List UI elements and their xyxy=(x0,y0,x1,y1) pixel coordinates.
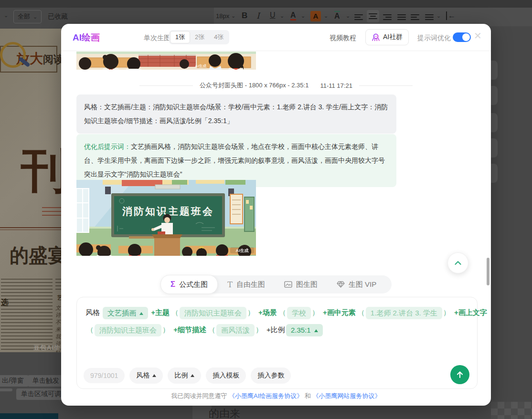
tab-vip-generate[interactable]: 生图 VIP xyxy=(327,275,386,293)
agreement-text: 我已阅读并同意遵守 xyxy=(171,392,229,399)
bold-button[interactable]: B xyxy=(242,11,247,21)
underline-button[interactable]: U xyxy=(270,11,276,20)
agreement-footer: 我已阅读并同意遵守 《小墨鹰AI绘画服务协议》 和 《小墨鹰网站服务协议》 xyxy=(61,392,491,400)
sidebar-button[interactable] xyxy=(491,138,498,157)
chevron-down-icon[interactable]: ⌄ xyxy=(436,13,441,19)
ai-community-button[interactable]: AI社群 xyxy=(365,29,409,45)
italic-button[interactable]: I xyxy=(256,11,260,21)
formula-toolbar: 979/1001 风格 比例 插入模板 插入参数 xyxy=(84,367,291,384)
transparency-checker xyxy=(491,402,532,419)
sigma-icon: Σ xyxy=(170,280,175,289)
tab-free-generate[interactable]: T 自由生图 xyxy=(218,275,275,293)
chevron-down-icon[interactable]: ⌄ xyxy=(346,13,350,19)
svg-text:AI生成: AI生成 xyxy=(236,248,249,253)
popup-button[interactable]: 出/弹窗 xyxy=(0,375,29,387)
text-icon: T xyxy=(227,280,233,289)
batch-option-2[interactable]: 2张 xyxy=(190,31,209,43)
sidebar-button[interactable] xyxy=(491,86,498,105)
ai-drawing-modal: AI绘画 单次生图 1张 2张 4张 视频教程 AI社群 提示词优化 xyxy=(61,24,491,406)
ratio-dropdown-button[interactable]: 比例 xyxy=(168,367,201,384)
batch-option-4[interactable]: 4张 xyxy=(209,31,228,43)
click-trigger-button[interactable]: 单击触发 xyxy=(28,375,64,387)
indent-icon[interactable] xyxy=(411,13,419,21)
sidebar-button[interactable] xyxy=(491,113,498,132)
align-justify-icon[interactable] xyxy=(397,13,406,21)
chevron-down-icon[interactable]: ⌄ xyxy=(301,13,305,19)
bottom-teal-bar xyxy=(0,413,58,419)
formula-editor[interactable]: 风格文艺插画 +主题（消防知识主题班会） +场景（学校） +画中元素（1.老师 … xyxy=(76,297,478,389)
chevron-down-icon[interactable]: ⌄ xyxy=(4,12,8,19)
svg-text:AI生成: AI生成 xyxy=(195,64,206,68)
filter-all-dropdown[interactable]: 全部 ⌄ xyxy=(13,10,42,23)
segment-value[interactable]: 画风活泼 xyxy=(216,324,255,336)
cut-button[interactable] xyxy=(0,388,12,391)
font-color-button[interactable]: A xyxy=(290,11,296,21)
formula-expression: 风格文艺插画 +主题（消防知识主题班会） +场景（学校） +画中元素（1.老师 … xyxy=(77,297,477,338)
chevron-down-icon[interactable]: ⌄ xyxy=(280,13,284,19)
segment-value[interactable]: 学校 xyxy=(287,307,311,319)
favorites-tab[interactable]: 已收藏 xyxy=(48,12,68,21)
video-tutorial-link[interactable]: 视频教程 xyxy=(330,34,356,42)
modal-scrollbar[interactable] xyxy=(487,258,489,285)
segment-label: +主题 xyxy=(151,308,170,316)
sidebar-button[interactable] xyxy=(491,61,498,80)
ratio-value-dropdown[interactable]: 2.35:1 xyxy=(286,324,323,336)
align-left-icon[interactable] xyxy=(354,13,363,21)
ratio-label: +比例 xyxy=(266,325,285,334)
ai-community-label: AI社群 xyxy=(383,33,403,42)
insert-template-button[interactable]: 插入模板 xyxy=(206,367,246,384)
image-icon xyxy=(284,281,292,288)
filter-all-label: 全部 xyxy=(18,12,30,21)
align-right-icon[interactable] xyxy=(383,13,392,21)
letter-spacing-button[interactable]: A xyxy=(334,11,340,21)
sidebar-button[interactable] xyxy=(491,164,498,183)
batch-label: 单次生图 xyxy=(144,34,170,42)
chevron-up-icon xyxy=(453,259,463,267)
image-caption-row: 公众号封面头图 - 1800 x 766px - 2.35:1 11-11 17… xyxy=(61,81,491,90)
prompt-block: 风格：文艺插画/主题：消防知识主题班会/场景：学校/画中元素：1.老师 2.讲台… xyxy=(76,94,396,134)
drawing-agreement-link[interactable]: 《小墨鹰AI绘画服务协议》 xyxy=(229,392,303,399)
style-value-dropdown[interactable]: 文艺插画 xyxy=(103,307,148,319)
batch-option-1[interactable]: 1张 xyxy=(170,31,190,43)
site-agreement-link[interactable]: 《小墨鹰网站服务协议》 xyxy=(313,392,381,399)
browser-top-strip xyxy=(0,0,532,8)
magnifier-icon xyxy=(0,42,26,68)
divider xyxy=(359,85,413,86)
click-area-button[interactable]: 单击区域可调 xyxy=(16,388,66,400)
optimized-prompt-block: 优化后提示词：文艺插画风格，消防知识主题班会场景，地点在学校，画面中核心主体元素… xyxy=(76,134,396,187)
generate-submit-button[interactable] xyxy=(450,365,469,384)
formula-row-1: 风格文艺插画 +主题（消防知识主题班会） +场景（学校） +画中元素（1.老师 … xyxy=(85,304,468,321)
generation-mode-tabs: Σ 公式生图 T 自由生图 图生图 生图 VIP xyxy=(160,275,392,293)
image-caption: 公众号封面头图 - 1800 x 766px - 2.35:1 xyxy=(200,81,309,90)
article-title: 的盛宴 xyxy=(10,242,67,269)
formula-row-2: （消防知识主题班会） +细节描述（画风活泼） +比例2.35:1 xyxy=(85,321,468,338)
chevron-down-icon[interactable]: ⌄ xyxy=(324,13,328,19)
close-icon[interactable]: ✕ xyxy=(474,31,482,41)
highlight-color-button[interactable]: A xyxy=(310,11,321,21)
font-size-select[interactable]: 18px xyxy=(216,12,229,20)
segment-value[interactable]: 消防知识主题班会 xyxy=(180,307,246,319)
tab-image-to-image[interactable]: 图生图 xyxy=(275,275,327,293)
segment-label: +画中元素 xyxy=(323,308,356,316)
segment-value[interactable]: 消防知识主题班会 xyxy=(95,324,161,336)
image-timestamp: 11-11 17:21 xyxy=(320,82,352,89)
document-title-fragment: 的由来 xyxy=(209,407,240,419)
optimized-prompt-label: 优化后提示词： xyxy=(84,143,131,150)
segment-value[interactable]: 1.老师 2.讲台 3. 学生 xyxy=(366,307,442,319)
modal-header: AI绘画 单次生图 1张 2张 4张 视频教程 AI社群 提示词优化 xyxy=(61,24,491,51)
octopus-icon xyxy=(372,33,380,42)
triangle-up-icon xyxy=(139,312,143,315)
chevron-down-icon[interactable]: ⌄ xyxy=(231,13,235,19)
modal-title: AI绘画 xyxy=(73,31,100,44)
batch-segmented-control: 1张 2张 4张 xyxy=(169,30,229,44)
previous-generated-image[interactable]: AI生成 xyxy=(76,52,256,70)
align-center-icon[interactable] xyxy=(367,10,379,22)
generated-image[interactable]: 消防知识主题班会 xyxy=(76,180,256,256)
prompt-optimize-toggle[interactable] xyxy=(453,32,471,42)
insert-param-button[interactable]: 插入参数 xyxy=(251,367,291,384)
exit-fullscreen-icon[interactable]: ← xyxy=(446,11,456,20)
tab-formula-generate[interactable]: Σ 公式生图 xyxy=(160,275,218,294)
style-dropdown-button[interactable]: 风格 xyxy=(129,367,163,384)
scroll-top-button[interactable] xyxy=(447,252,468,273)
line-height-icon[interactable] xyxy=(425,13,434,21)
